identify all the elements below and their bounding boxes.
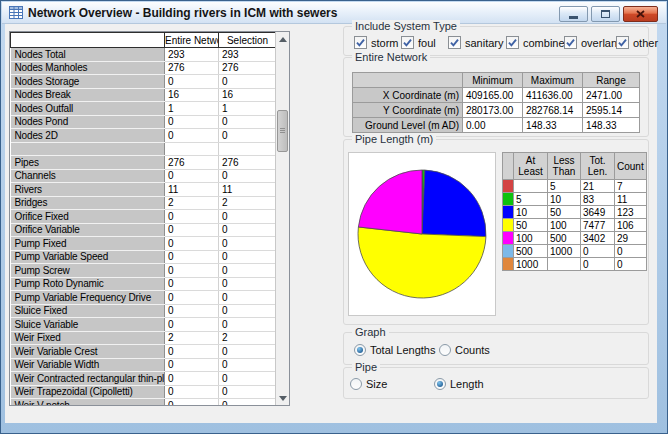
summary-row-label: Rivers (11, 183, 165, 197)
pipe-column-header-less-than: Less Than (548, 153, 581, 180)
coordinates-range-value: 148.33 (583, 118, 640, 133)
pipe-less-than-value (548, 258, 581, 271)
summary-value-entire-network: 0 (165, 372, 219, 386)
coordinates-range-value: 2471.00 (583, 88, 640, 103)
summary-value-entire-network: 0 (165, 223, 219, 237)
summary-value-selection: 0 (219, 304, 277, 318)
close-button[interactable] (623, 6, 658, 22)
scroll-up-button[interactable] (276, 32, 289, 46)
summary-row-label (11, 142, 165, 156)
table-row: Sluice Variable00 (11, 318, 277, 332)
pipe-count-value: 29 (615, 232, 647, 245)
summary-row-label: Nodes Outfall (11, 102, 165, 116)
radio-label: Length (450, 378, 484, 390)
checkbox-other[interactable]: other (616, 36, 658, 49)
summary-value-selection: 0 (219, 399, 277, 407)
checkbox-sanitary[interactable]: sanitary (448, 36, 504, 49)
table-row: Nodes Total293293 (11, 48, 277, 62)
title-bar[interactable]: Network Overview - Building rivers in IC… (2, 2, 666, 24)
summary-row-label: Pump Screw (11, 264, 165, 278)
coordinates-minimum-value: 0.00 (463, 118, 523, 133)
summary-row-label: Weir Trapezoidal (Cipolletti) (11, 385, 165, 399)
pipe-column-header-tot-len: Tot. Len. (581, 153, 615, 180)
scroll-down-button[interactable] (276, 391, 289, 405)
table-row: Nodes Storage00 (11, 75, 277, 89)
checkbox-combined[interactable]: combined (506, 36, 571, 49)
summary-value-entire-network: 0 (165, 210, 219, 224)
pipe-column-header-count: Count (615, 153, 647, 180)
summary-scrollbar[interactable] (275, 32, 289, 405)
checkbox-checked-icon (401, 36, 414, 49)
table-row: Pipes276276 (11, 156, 277, 170)
summary-value-entire-network (165, 142, 219, 156)
summary-row-label: Pump Variable Speed (11, 250, 165, 264)
pipe-length-table: At LeastLess ThanTot. Len.Count 52175108… (502, 152, 647, 271)
table-row: Bridges22 (11, 196, 277, 210)
summary-value-selection: 293 (219, 48, 277, 62)
table-row: Channels00 (11, 169, 277, 183)
entire-network-group: Entire Network MinimumMaximumRange X Coo… (343, 57, 649, 137)
radio-label: Counts (455, 344, 490, 356)
table-row: Weir Variable Crest00 (11, 345, 277, 359)
summary-value-selection (219, 142, 277, 156)
group-label: Pipe (352, 361, 380, 373)
coordinates-column-header-maximum: Maximum (523, 73, 583, 88)
summary-value-entire-network: 0 (165, 169, 219, 183)
pipe-count-value: 7 (615, 180, 647, 193)
summary-value-selection: 0 (219, 318, 277, 332)
pie-chart-svg (349, 153, 495, 315)
checkbox-overland[interactable]: overland (564, 36, 623, 49)
summary-value-selection: 0 (219, 75, 277, 89)
summary-value-entire-network: 0 (165, 250, 219, 264)
pipe-less-than-value: 50 (548, 206, 581, 219)
table-row: 100000 (503, 258, 647, 271)
summary-value-selection: 0 (219, 358, 277, 372)
pipe-total-length-value: 0 (581, 258, 615, 271)
summary-row-label: Nodes Total (11, 48, 165, 62)
table-row: Orifice Variable00 (11, 223, 277, 237)
summary-value-selection: 1 (219, 102, 277, 116)
radio-counts[interactable]: Counts (439, 344, 490, 356)
coordinates-row-label: Y Coordinate (m) (353, 103, 463, 118)
summary-row-label: Nodes Break (11, 88, 165, 102)
summary-value-selection: 0 (219, 277, 277, 291)
table-row: Weir Variable Width00 (11, 358, 277, 372)
coordinates-table: MinimumMaximumRange X Coordinate (m)4091… (352, 72, 640, 133)
summary-value-entire-network: 2 (165, 196, 219, 210)
summary-value-entire-network: 0 (165, 358, 219, 372)
network-summary-table: Entire NetworkSelection Nodes Total29329… (9, 31, 290, 406)
table-row: Nodes Manholes276276 (11, 61, 277, 75)
summary-row-label: Pipes (11, 156, 165, 170)
table-row: 10503649123 (503, 206, 647, 219)
pipe-count-value: 0 (615, 258, 647, 271)
summary-value-selection: 0 (219, 345, 277, 359)
legend-color-swatch (503, 245, 514, 258)
summary-value-entire-network: 0 (165, 277, 219, 291)
maximize-button[interactable] (591, 6, 620, 22)
pipe-at-least-value: 1000 (514, 258, 548, 271)
table-row: Y Coordinate (m)280173.00282768.142595.1… (353, 103, 640, 118)
pipe-at-least-value (514, 180, 548, 193)
pipe-at-least-value: 500 (514, 245, 548, 258)
pipe-total-length-value: 0 (581, 245, 615, 258)
radio-length[interactable]: Length (434, 378, 484, 390)
pipe-at-least-value: 100 (514, 232, 548, 245)
summary-row-label: Pump Fixed (11, 237, 165, 251)
summary-value-selection: 0 (219, 385, 277, 399)
legend-color-swatch (503, 180, 514, 193)
scrollbar-thumb[interactable] (277, 110, 288, 152)
radio-total-lengths[interactable]: Total Lengths (354, 344, 435, 356)
summary-value-entire-network: 0 (165, 237, 219, 251)
table-row: Weir Fixed22 (11, 331, 277, 345)
legend-color-swatch (503, 232, 514, 245)
radio-size[interactable]: Size (350, 378, 387, 390)
summary-value-selection: 2 (219, 196, 277, 210)
summary-value-entire-network: 0 (165, 399, 219, 407)
checkbox-foul[interactable]: foul (401, 36, 436, 49)
pipe-less-than-value: 500 (548, 232, 581, 245)
minimize-button[interactable] (559, 6, 588, 22)
pipe-at-least-value: 5 (514, 193, 548, 206)
checkbox-storm[interactable]: storm (354, 36, 399, 49)
summary-row-label: Sluice Fixed (11, 304, 165, 318)
summary-value-selection: 11 (219, 183, 277, 197)
